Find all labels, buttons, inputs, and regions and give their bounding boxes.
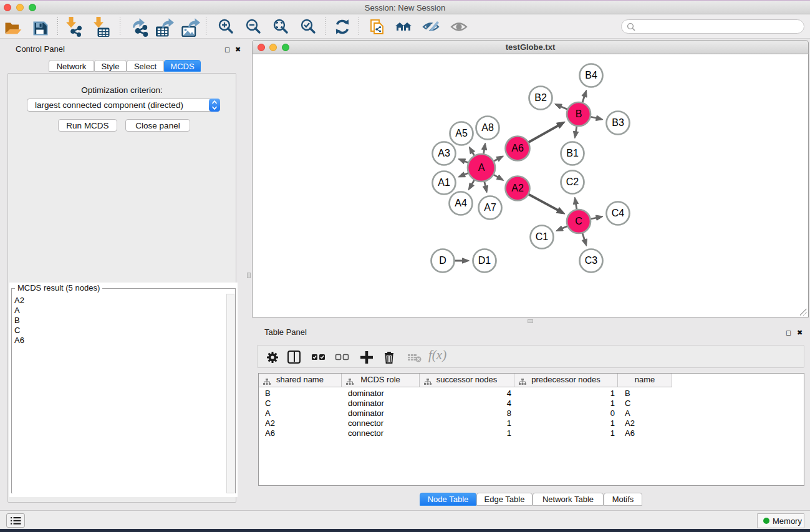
svg-text:A8: A8 [481,122,494,133]
svg-text:B: B [576,109,582,119]
svg-text:B4: B4 [585,70,597,80]
svg-text:B2: B2 [534,92,547,103]
svg-text:A5: A5 [455,128,468,138]
svg-text:B1: B1 [566,148,579,158]
svg-text:A3: A3 [438,148,450,158]
svg-text:C: C [575,216,582,226]
svg-text:D: D [439,255,446,266]
svg-text:D1: D1 [478,255,491,266]
svg-text:A7: A7 [484,202,496,213]
svg-text:A4: A4 [455,198,467,208]
svg-text:C2: C2 [566,177,579,187]
svg-text:A2: A2 [511,183,524,193]
svg-text:A1: A1 [438,177,450,188]
svg-text:A: A [478,162,485,173]
svg-text:A6: A6 [511,143,524,153]
svg-text:C3: C3 [585,255,598,266]
svg-text:B3: B3 [612,117,624,128]
svg-text:C4: C4 [612,208,625,218]
svg-text:C1: C1 [536,231,549,242]
